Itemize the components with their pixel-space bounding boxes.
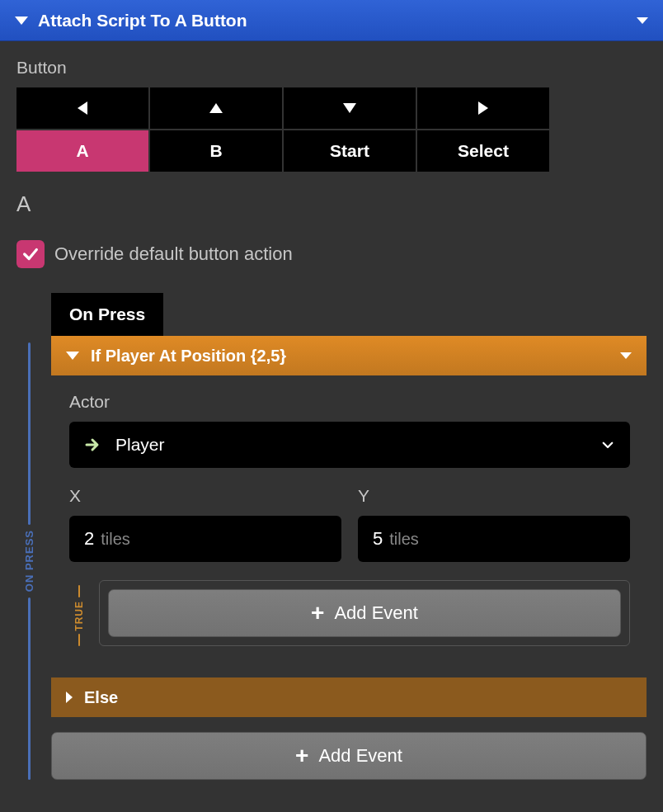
actor-select[interactable]: Player: [69, 422, 630, 468]
panel-header[interactable]: Attach Script To A Button: [0, 0, 663, 41]
x-value: 2: [84, 528, 94, 550]
collapse-icon: [15, 17, 28, 25]
true-rail: TRUE: [69, 580, 89, 646]
button-a[interactable]: A: [16, 130, 148, 172]
plus-icon: +: [311, 602, 324, 625]
button-left[interactable]: [16, 87, 148, 129]
add-event-button[interactable]: + Add Event: [51, 732, 647, 780]
event-body: Actor Player X 2 tiles: [51, 375, 647, 663]
y-input[interactable]: 5 tiles: [358, 516, 630, 562]
button-b[interactable]: B: [150, 130, 282, 172]
tab-on-press[interactable]: On Press: [51, 293, 163, 336]
button-grid: A B Start Select: [16, 87, 549, 172]
y-unit: tiles: [389, 530, 419, 549]
add-event-label: Add Event: [318, 745, 402, 767]
plus-icon: +: [295, 744, 308, 767]
override-label: Override default button action: [54, 243, 293, 265]
actor-value: Player: [115, 435, 600, 455]
on-press-rail: ON PRESS: [16, 342, 41, 780]
event-title: If Player At Position {2,5}: [91, 347, 286, 366]
true-rail-label: TRUE: [73, 601, 85, 631]
add-event-true-button[interactable]: + Add Event: [108, 589, 621, 637]
add-event-true-label: Add Event: [334, 602, 418, 624]
button-label: Button: [16, 58, 647, 78]
y-label: Y: [358, 486, 630, 506]
checkmark-icon: [21, 245, 40, 263]
player-arrow-icon: [84, 435, 104, 455]
event-collapse-icon: [66, 352, 79, 360]
actor-label: Actor: [69, 392, 630, 412]
button-select[interactable]: Select: [417, 130, 549, 172]
on-press-rail-label: ON PRESS: [23, 530, 35, 592]
panel-title: Attach Script To A Button: [38, 11, 637, 31]
event-if-header[interactable]: If Player At Position {2,5}: [51, 336, 647, 375]
button-down[interactable]: [284, 87, 416, 129]
x-unit: tiles: [101, 530, 130, 549]
arrow-down-icon: [343, 103, 356, 113]
selected-button-display: A: [16, 191, 647, 217]
event-else-header[interactable]: Else: [51, 677, 647, 717]
button-right[interactable]: [417, 87, 549, 129]
chevron-down-icon: [600, 437, 615, 452]
event-menu-icon[interactable]: [620, 352, 632, 359]
x-label: X: [69, 486, 341, 506]
override-checkbox[interactable]: [16, 240, 45, 268]
button-start[interactable]: Start: [284, 130, 416, 172]
else-expand-icon: [66, 692, 73, 703]
y-value: 5: [373, 528, 383, 550]
true-branch-container: + Add Event: [99, 580, 630, 646]
arrow-right-icon: [478, 102, 488, 115]
arrow-up-icon: [209, 103, 223, 113]
else-label: Else: [84, 688, 118, 707]
x-input[interactable]: 2 tiles: [69, 516, 341, 562]
arrow-left-icon: [78, 102, 87, 115]
override-row: Override default button action: [16, 240, 647, 268]
button-up[interactable]: [150, 87, 282, 129]
panel-menu-icon[interactable]: [637, 17, 648, 24]
